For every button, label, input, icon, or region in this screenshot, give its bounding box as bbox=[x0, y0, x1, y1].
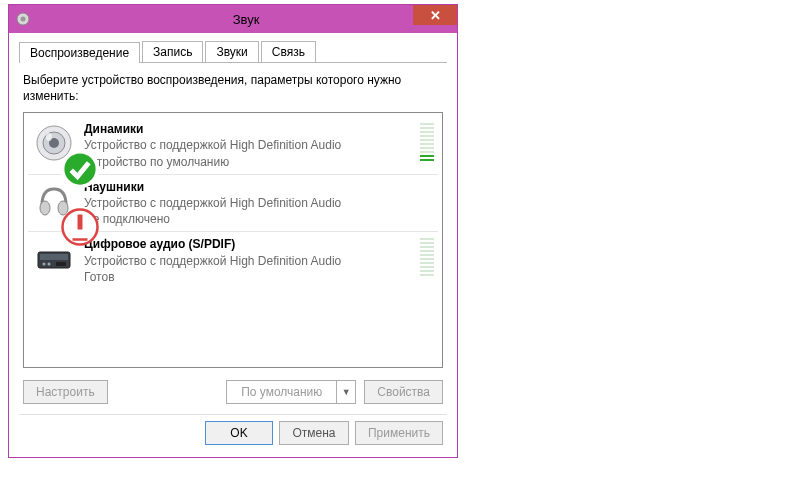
dialog-buttons-row: OK Отмена Применить bbox=[19, 414, 447, 447]
level-meter bbox=[420, 123, 434, 161]
tab-bar: Воспроизведение Запись Звуки Связь bbox=[19, 41, 447, 63]
cancel-button[interactable]: Отмена bbox=[279, 421, 349, 445]
device-text: Динамики Устройство с поддержкой High De… bbox=[84, 121, 414, 170]
titlebar[interactable]: Звук ✕ bbox=[9, 5, 457, 33]
button-label: Свойства bbox=[377, 385, 430, 399]
button-label: OK bbox=[230, 426, 247, 440]
device-text: Цифровое аудио (S/PDIF) Устройство с под… bbox=[84, 236, 414, 285]
device-list[interactable]: Динамики Устройство с поддержкой High De… bbox=[23, 112, 443, 368]
device-name: Динамики bbox=[84, 121, 414, 137]
ok-button[interactable]: OK bbox=[205, 421, 273, 445]
button-label: По умолчанию bbox=[227, 381, 337, 403]
instruction-text: Выберите устройство воспроизведения, пар… bbox=[23, 73, 447, 104]
tab-recording[interactable]: Запись bbox=[142, 41, 203, 62]
button-label: Отмена bbox=[292, 426, 335, 440]
headphones-icon bbox=[34, 181, 74, 221]
configure-button[interactable]: Настроить bbox=[23, 380, 108, 404]
svg-point-1 bbox=[21, 17, 26, 22]
button-label: Настроить bbox=[36, 385, 95, 399]
svg-point-12 bbox=[43, 263, 46, 266]
tab-label: Воспроизведение bbox=[30, 46, 129, 60]
apply-button[interactable]: Применить bbox=[355, 421, 443, 445]
svg-rect-14 bbox=[56, 262, 66, 266]
close-button[interactable]: ✕ bbox=[413, 5, 457, 25]
device-state: Готов bbox=[84, 269, 414, 285]
svg-point-7 bbox=[40, 201, 50, 215]
window-title: Звук bbox=[35, 12, 457, 27]
device-row-speakers[interactable]: Динамики Устройство с поддержкой High De… bbox=[28, 117, 438, 175]
device-state: Не подключено bbox=[84, 211, 414, 227]
device-desc: Устройство с поддержкой High Definition … bbox=[84, 253, 414, 269]
level-meter bbox=[420, 238, 434, 276]
unplugged-icon bbox=[60, 207, 76, 223]
device-text: Наушники Устройство с поддержкой High De… bbox=[84, 179, 414, 228]
device-desc: Устройство с поддержкой High Definition … bbox=[84, 195, 414, 211]
device-name: Цифровое аудио (S/PDIF) bbox=[84, 236, 414, 252]
default-check-icon bbox=[60, 149, 76, 165]
sound-dialog: Звук ✕ Воспроизведение Запись Звуки Связ… bbox=[8, 4, 458, 458]
close-icon: ✕ bbox=[430, 8, 441, 23]
tab-communications[interactable]: Связь bbox=[261, 41, 316, 62]
client-area: Воспроизведение Запись Звуки Связь Выбер… bbox=[9, 33, 457, 457]
speaker-icon bbox=[34, 123, 74, 163]
button-label: Применить bbox=[368, 426, 430, 440]
tab-label: Запись bbox=[153, 45, 192, 59]
device-desc: Устройство с поддержкой High Definition … bbox=[84, 137, 414, 153]
spdif-icon bbox=[34, 238, 74, 278]
properties-button[interactable]: Свойства bbox=[364, 380, 443, 404]
tab-label: Звуки bbox=[216, 45, 247, 59]
set-default-split-button[interactable]: По умолчанию ▼ bbox=[226, 380, 356, 404]
svg-rect-11 bbox=[40, 254, 68, 260]
device-state: Устройство по умолчанию bbox=[84, 154, 414, 170]
svg-point-5 bbox=[46, 133, 52, 141]
sound-app-icon bbox=[15, 11, 31, 27]
chevron-down-icon[interactable]: ▼ bbox=[337, 381, 355, 403]
svg-point-13 bbox=[48, 263, 51, 266]
tab-sounds[interactable]: Звуки bbox=[205, 41, 258, 62]
tab-label: Связь bbox=[272, 45, 305, 59]
device-name: Наушники bbox=[84, 179, 414, 195]
device-buttons-row: Настроить По умолчанию ▼ Свойства bbox=[23, 380, 443, 404]
tab-playback[interactable]: Воспроизведение bbox=[19, 42, 140, 63]
